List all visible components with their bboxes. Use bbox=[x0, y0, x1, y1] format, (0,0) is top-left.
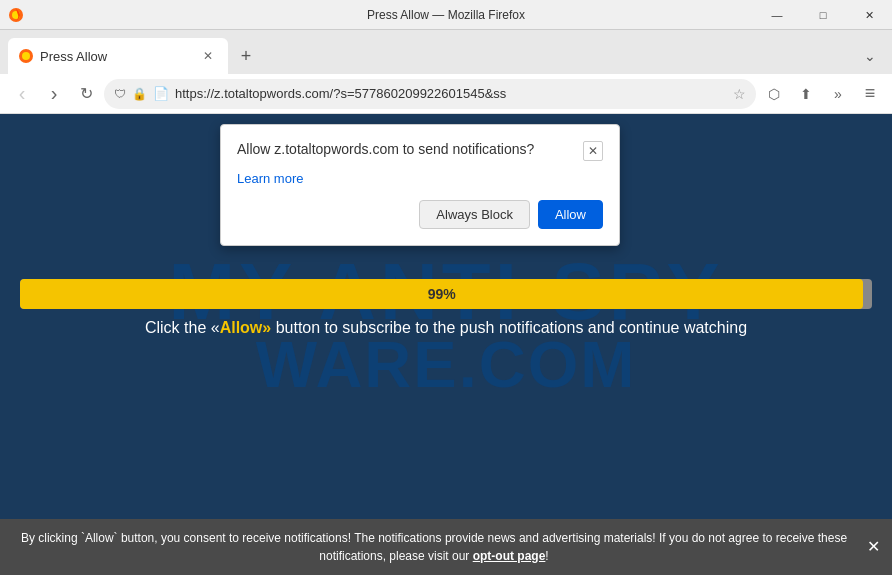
window-title: Press Allow — Mozilla Firefox bbox=[367, 8, 525, 22]
cta-allow-text: Allow» bbox=[220, 319, 272, 336]
titlebar: Press Allow — Mozilla Firefox — □ ✕ bbox=[0, 0, 892, 30]
svg-point-3 bbox=[22, 52, 30, 60]
opt-out-link[interactable]: opt-out page bbox=[473, 549, 546, 563]
minimize-button[interactable]: — bbox=[754, 0, 800, 30]
tab-close-button[interactable]: ✕ bbox=[198, 46, 218, 66]
always-block-button[interactable]: Always Block bbox=[419, 200, 530, 229]
popup-question-text: Allow z.totaltopwords.com to send notifi… bbox=[237, 141, 583, 157]
url-text: https://z.totaltopwords.com/?s=577860209… bbox=[175, 86, 727, 101]
close-button[interactable]: ✕ bbox=[846, 0, 892, 30]
popup-close-button[interactable]: ✕ bbox=[583, 141, 603, 161]
active-tab[interactable]: Press Allow ✕ bbox=[8, 38, 228, 74]
tab-expand-button[interactable]: ⌄ bbox=[856, 42, 884, 70]
extensions-button[interactable]: » bbox=[824, 80, 852, 108]
bottom-notification-bar: By clicking `Allow` button, you consent … bbox=[0, 519, 892, 575]
learn-more-link[interactable]: Learn more bbox=[237, 171, 603, 186]
tab-title: Press Allow bbox=[40, 49, 192, 64]
bottom-bar-text: By clicking `Allow` button, you consent … bbox=[21, 531, 847, 563]
notification-popup: Allow z.totaltopwords.com to send notifi… bbox=[220, 124, 620, 246]
address-bar[interactable]: 🛡 🔒 📄 https://z.totaltopwords.com/?s=577… bbox=[104, 79, 756, 109]
tabbar: Press Allow ✕ + ⌄ bbox=[0, 30, 892, 74]
popup-buttons: Always Block Allow bbox=[237, 200, 603, 229]
progress-container: 99% bbox=[20, 279, 872, 309]
window-controls: — □ ✕ bbox=[754, 0, 892, 29]
tab-favicon bbox=[18, 48, 34, 64]
progress-bar-background: 99% bbox=[20, 279, 872, 309]
popup-header: Allow z.totaltopwords.com to send notifi… bbox=[237, 141, 603, 161]
maximize-button[interactable]: □ bbox=[800, 0, 846, 30]
bottom-bar-close-button[interactable]: ✕ bbox=[867, 535, 880, 559]
allow-button[interactable]: Allow bbox=[538, 200, 603, 229]
reload-button[interactable]: ↻ bbox=[72, 80, 100, 108]
page-content: MY ANTI-SPY WARE.COM 99% Click the «Allo… bbox=[0, 114, 892, 535]
cta-prefix: Click the « bbox=[145, 319, 220, 336]
new-tab-button[interactable]: + bbox=[232, 42, 260, 70]
bookmark-button[interactable]: ☆ bbox=[733, 86, 746, 102]
back-button[interactable]: ‹ bbox=[8, 80, 36, 108]
container-button[interactable]: ⬡ bbox=[760, 80, 788, 108]
menu-button[interactable]: ≡ bbox=[856, 80, 884, 108]
cta-suffix: button to subscribe to the push notifica… bbox=[271, 319, 747, 336]
progress-label: 99% bbox=[428, 286, 456, 302]
lock-icon: 🔒 bbox=[132, 87, 147, 101]
share-button[interactable]: ⬆ bbox=[792, 80, 820, 108]
reader-icon: 📄 bbox=[153, 86, 169, 101]
firefox-icon bbox=[8, 7, 24, 23]
progress-bar-fill: 99% bbox=[20, 279, 863, 309]
cta-text: Click the «Allow» button to subscribe to… bbox=[0, 319, 892, 337]
forward-button[interactable]: › bbox=[40, 80, 68, 108]
shield-icon: 🛡 bbox=[114, 87, 126, 101]
watermark-bottom-text: WARE.COM bbox=[256, 332, 637, 397]
navbar: ‹ › ↻ 🛡 🔒 📄 https://z.totaltopwords.com/… bbox=[0, 74, 892, 114]
bottom-bar-text-end: ! bbox=[545, 549, 548, 563]
